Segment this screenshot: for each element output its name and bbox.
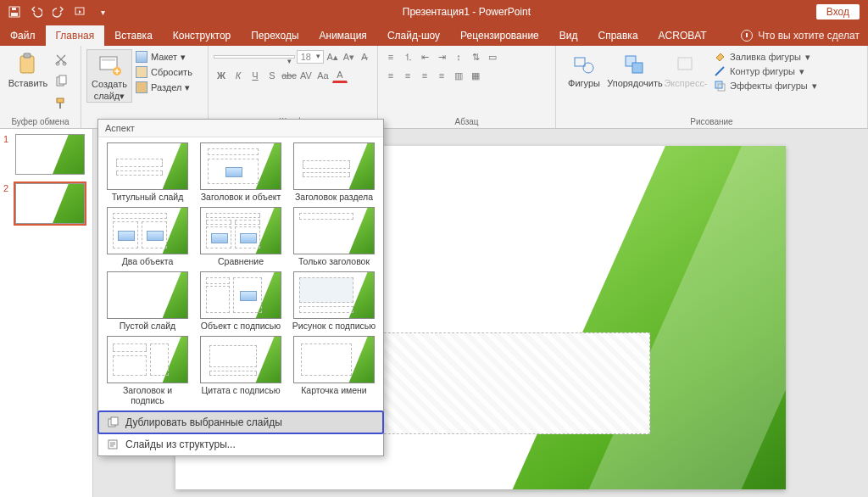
decrease-indent-button[interactable]: ⇤ [417,49,432,64]
layout-gallery[interactable]: Титульный слайдЗаголовок и объектЗаголов… [98,137,383,410]
undo-icon[interactable] [29,4,44,20]
format-painter-icon[interactable] [54,97,68,114]
layout-option[interactable]: Заголовок раздела [288,141,380,204]
svg-rect-11 [59,103,61,109]
layout-option[interactable]: Цитата с подписью [195,334,287,407]
tab-transitions[interactable]: Переходы [241,25,309,46]
line-spacing-button[interactable]: ↕ [451,49,466,64]
layout-option-label: Заголовок и подпись [105,385,190,405]
text-direction-button[interactable]: ⇅ [468,49,483,64]
dropdown-theme-header: Аспект [98,120,383,137]
slide-thumb-2[interactable] [15,183,85,224]
align-center-button[interactable]: ≡ [400,68,415,83]
svg-rect-18 [632,63,643,73]
tab-acrobat[interactable]: ACROBAT [648,25,717,46]
svg-rect-20 [715,81,722,88]
start-from-beginning-icon[interactable] [73,4,88,20]
increase-font-icon[interactable]: A▴ [326,49,340,64]
columns-button[interactable]: ▥ [451,68,466,83]
layout-option[interactable]: Заголовок и подпись [102,334,193,407]
tab-view[interactable]: Вид [549,25,588,46]
duplicate-slides-label: Дублировать выбранные слайды [125,416,282,428]
new-slide-button[interactable]: Создать слайд▾ [86,49,132,103]
new-slide-label2: слайд▾ [94,91,125,102]
paste-button[interactable]: Вставить [5,49,51,114]
svg-rect-5 [24,53,31,58]
signin-button[interactable]: Вход [816,4,860,20]
slide-thumb-1[interactable] [15,134,85,175]
new-slide-dropdown: Аспект Титульный слайдЗаголовок и объект… [97,119,384,456]
svg-rect-13 [102,59,115,61]
shadow-button[interactable]: S [264,68,280,83]
layout-option[interactable]: Два объекта [102,205,193,268]
slides-from-outline-item[interactable]: Слайды из структуры... [98,433,383,455]
align-right-button[interactable]: ≡ [417,68,432,83]
tab-help[interactable]: Справка [587,25,648,46]
reset-button[interactable]: Сбросить [136,66,192,78]
tab-slideshow[interactable]: Слайд-шоу [377,25,450,46]
increase-indent-button[interactable]: ⇥ [434,49,449,64]
layout-option[interactable]: Рисунок с подписью [288,270,380,332]
decrease-font-icon[interactable]: A▾ [342,49,356,64]
justify-button[interactable]: ≡ [434,68,449,83]
tell-me-search[interactable]: Что вы хотите сделат [732,25,868,46]
section-button[interactable]: Раздел▾ [136,81,192,93]
shape-effects-button[interactable]: Эффекты фигуры▾ [714,80,817,92]
tab-file[interactable]: Файл [0,25,46,46]
layout-option[interactable]: Титульный слайд [102,141,193,204]
cut-icon[interactable] [54,53,68,70]
svg-rect-19 [678,58,692,70]
shape-fill-button[interactable]: Заливка фигуры▾ [714,51,817,63]
duplicate-slides-item[interactable]: Дублировать выбранные слайды [98,411,383,433]
group-paragraph-label: Абзац [378,117,555,126]
group-clipboard-label: Буфер обмена [0,117,81,126]
layout-option[interactable]: Сравнение [195,205,287,268]
redo-icon[interactable] [51,4,66,20]
ribbon-tabs: Файл Главная Вставка Конструктор Переход… [0,24,868,46]
layout-button[interactable]: Макет▾ [136,51,192,63]
layout-option[interactable]: Пустой слайд [102,270,193,332]
char-spacing-button[interactable]: AV [298,68,314,83]
align-text-button[interactable]: ▭ [485,49,500,64]
clear-format-icon[interactable]: A̶ [358,49,372,64]
bold-button[interactable]: Ж [214,68,229,83]
slide-thumbnails-pane: 1 2 [0,129,93,497]
layout-icon [136,51,147,63]
save-icon[interactable] [7,4,22,20]
numbering-button[interactable]: ⒈ [400,49,415,64]
font-name-combo[interactable] [214,55,295,59]
tab-review[interactable]: Рецензирование [450,25,549,46]
layout-option[interactable]: Заголовок и объект [195,141,287,204]
thumb-number: 2 [3,183,12,224]
change-case-button[interactable]: Aa [315,68,331,83]
arrange-button[interactable]: Упорядочить [612,49,658,92]
align-left-button[interactable]: ≡ [383,68,398,83]
svg-rect-1 [11,13,18,16]
font-size-combo[interactable]: 18 [297,50,324,64]
italic-button[interactable]: К [231,68,246,83]
copy-icon[interactable] [54,75,68,92]
quick-styles-button[interactable]: Экспресс- [663,49,709,92]
bullets-button[interactable]: ≡ [383,49,398,64]
underline-button[interactable]: Ч [248,68,263,83]
section-icon [136,81,147,93]
shapes-button[interactable]: Фигуры [561,49,607,92]
tab-design[interactable]: Конструктор [163,25,241,46]
slides-from-outline-label: Слайды из структуры... [125,438,236,450]
tab-insert[interactable]: Вставка [104,25,163,46]
font-color-button[interactable]: A [332,68,348,83]
layout-option[interactable]: Объект с подписью [195,270,287,332]
qat-dropdown-icon[interactable]: ▾ [95,4,110,20]
ribbon: Вставить Буфер обмена Создать слайд▾ Мак… [0,46,868,129]
layout-option[interactable]: Только заголовок [288,205,380,268]
svg-rect-23 [111,417,118,425]
tab-animations[interactable]: Анимация [309,25,377,46]
shape-outline-button[interactable]: Контур фигуры▾ [714,65,817,77]
layout-option-label: Два объекта [122,256,173,266]
strikethrough-button[interactable]: abc [281,68,297,83]
layout-option[interactable]: Карточка имени [288,334,380,407]
convert-smartart-button[interactable]: ▦ [468,68,483,83]
svg-rect-4 [20,56,34,73]
layout-option-label: Заголовок раздела [295,192,373,202]
tab-home[interactable]: Главная [46,25,105,46]
